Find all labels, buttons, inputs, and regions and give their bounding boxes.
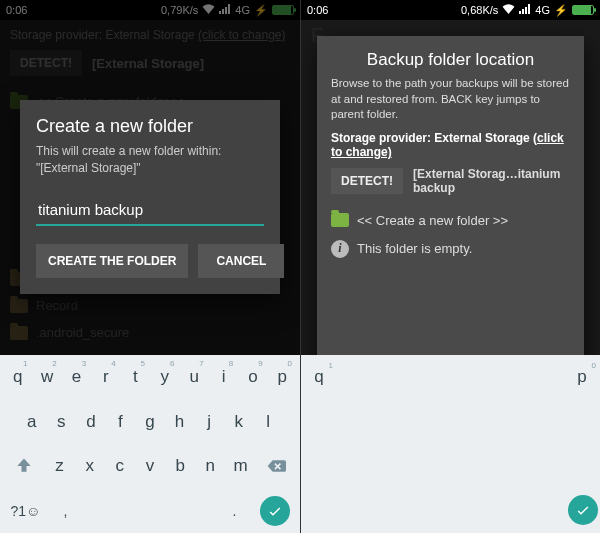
phone-left: 0:06 0,79K/s 4G ⚡ Storage provider: Exte…	[0, 0, 300, 533]
key-n[interactable]: n	[196, 446, 224, 487]
space-key[interactable]	[84, 491, 216, 532]
storage-provider-label: Storage provider: External Storage	[331, 131, 533, 145]
soft-keyboard-partial[interactable]: q1 p0	[301, 355, 600, 533]
key-f[interactable]: f	[107, 402, 135, 443]
symbols-key[interactable]: ?1☺	[4, 491, 47, 532]
key-i[interactable]: i8	[210, 357, 237, 398]
info-icon: i	[331, 240, 349, 258]
key-v[interactable]: v	[136, 446, 164, 487]
status-bar: 0:06 0,68K/s 4G ⚡	[301, 0, 600, 20]
key-q[interactable]: q1	[305, 367, 333, 387]
folder-icon	[331, 213, 349, 227]
signal-icon	[519, 4, 531, 16]
key-p[interactable]: p0	[269, 357, 296, 398]
new-folder-row[interactable]: << Create a new folder >>	[331, 207, 570, 234]
detect-button[interactable]: DETECT!	[331, 168, 403, 194]
create-folder-dialog: Create a new folder This will create a n…	[20, 100, 280, 294]
key-p[interactable]: p0	[568, 367, 596, 387]
key-d[interactable]: d	[77, 402, 105, 443]
key-l[interactable]: l	[254, 402, 282, 443]
soft-keyboard[interactable]: q1w2e3r4t5y6u7i8o9p0 asdfghjkl zxcvbnm ?…	[0, 355, 300, 533]
dialog-description: Browse to the path your backups will be …	[331, 76, 570, 123]
phone-right: 0:06 0,68K/s 4G ⚡ F Backup folder locati…	[300, 0, 600, 533]
bolt-icon: ⚡	[554, 4, 568, 17]
current-path-label: [External Storag…itanium backup	[413, 167, 570, 195]
key-h[interactable]: h	[166, 402, 194, 443]
key-y[interactable]: y6	[151, 357, 178, 398]
key-j[interactable]: j	[195, 402, 223, 443]
period-key[interactable]: .	[218, 491, 251, 532]
dialog-title: Create a new folder	[36, 116, 264, 137]
key-c[interactable]: c	[106, 446, 134, 487]
status-speed: 0,68K/s	[461, 4, 498, 16]
shift-key[interactable]	[4, 446, 43, 487]
folder-name-input[interactable]	[36, 195, 264, 226]
comma-key[interactable]: ,	[49, 491, 82, 532]
key-g[interactable]: g	[136, 402, 164, 443]
enter-key[interactable]	[568, 495, 596, 525]
key-x[interactable]: x	[76, 446, 104, 487]
key-o[interactable]: o9	[239, 357, 266, 398]
key-t[interactable]: t5	[122, 357, 149, 398]
wifi-icon	[502, 4, 515, 16]
empty-folder-label: This folder is empty.	[357, 241, 472, 256]
key-u[interactable]: u7	[180, 357, 207, 398]
status-net: 4G	[535, 4, 550, 16]
key-s[interactable]: s	[48, 402, 76, 443]
key-e[interactable]: e3	[63, 357, 90, 398]
key-z[interactable]: z	[45, 446, 73, 487]
create-folder-button[interactable]: CREATE THE FOLDER	[36, 244, 188, 278]
enter-key[interactable]	[253, 491, 296, 532]
new-folder-label: << Create a new folder >>	[357, 213, 508, 228]
key-m[interactable]: m	[226, 446, 254, 487]
dialog-subtitle-1: This will create a new folder within:	[36, 144, 221, 158]
cancel-button[interactable]: CANCEL	[198, 244, 284, 278]
key-a[interactable]: a	[18, 402, 46, 443]
empty-folder-row: i This folder is empty.	[331, 234, 570, 264]
key-k[interactable]: k	[225, 402, 253, 443]
dialog-title: Backup folder location	[331, 50, 570, 70]
key-r[interactable]: r4	[92, 357, 119, 398]
key-w[interactable]: w2	[33, 357, 60, 398]
battery-icon	[572, 5, 594, 15]
status-time: 0:06	[307, 4, 328, 16]
backspace-key[interactable]	[257, 446, 296, 487]
dialog-subtitle-2: "[External Storage]"	[36, 161, 141, 175]
key-b[interactable]: b	[166, 446, 194, 487]
key-q[interactable]: q1	[4, 357, 31, 398]
